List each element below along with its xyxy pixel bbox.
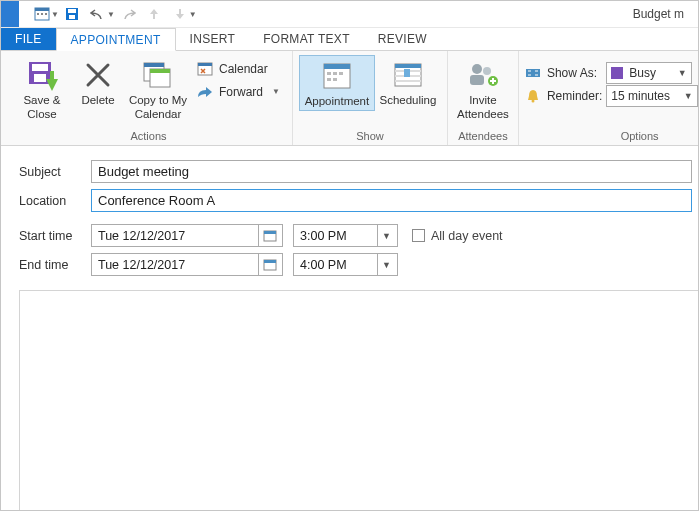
svg-rect-22 xyxy=(339,72,343,75)
svg-rect-30 xyxy=(404,69,410,77)
dropdown-caret-icon: ▼ xyxy=(272,87,280,96)
svg-rect-2 xyxy=(37,13,39,15)
group-actions: Save & Close Delete Copy to My Calendar … xyxy=(1,51,293,145)
dropdown-caret-icon: ▼ xyxy=(675,68,689,78)
tab-file[interactable]: FILE xyxy=(1,28,56,50)
end-date-value: Tue 12/12/2017 xyxy=(98,258,185,272)
show-as-label-row: Show As: xyxy=(525,65,602,81)
subject-label: Subject xyxy=(19,165,91,179)
group-attendees: Invite Attendees Attendees xyxy=(448,51,519,145)
show-as-combo[interactable]: Busy ▼ xyxy=(606,62,692,84)
svg-rect-24 xyxy=(333,78,337,81)
tab-review[interactable]: REVIEW xyxy=(364,28,441,50)
location-label: Location xyxy=(19,194,91,208)
end-time-value: 4:00 PM xyxy=(300,258,347,272)
save-close-label: Save & Close xyxy=(23,93,60,121)
busy-color-icon xyxy=(611,67,623,79)
ribbon: Save & Close Delete Copy to My Calendar … xyxy=(1,51,698,146)
invite-attendees-label: Invite Attendees xyxy=(457,93,509,121)
reminder-bell-icon xyxy=(525,88,541,104)
calendar-picker-icon[interactable] xyxy=(258,225,280,246)
copy-to-calendar-label: Copy to My Calendar xyxy=(129,93,187,121)
appointment-button-label: Appointment xyxy=(305,94,370,108)
dropdown-caret-icon: ▼ xyxy=(681,91,695,101)
svg-rect-40 xyxy=(264,260,276,263)
all-day-label: All day event xyxy=(431,229,503,243)
reminder-combo[interactable]: 15 minutes ▼ xyxy=(606,85,698,107)
start-time-combo[interactable]: 3:00 PM ▼ xyxy=(293,224,398,247)
start-date-combo[interactable]: Tue 12/12/2017 xyxy=(91,224,283,247)
copy-to-calendar-button[interactable]: Copy to My Calendar xyxy=(123,55,193,121)
svg-rect-11 xyxy=(50,71,54,81)
scheduling-button[interactable]: Scheduling xyxy=(375,55,441,107)
svg-point-33 xyxy=(483,67,491,75)
appointment-form: Subject Location Start time Tue 12/12/20… xyxy=(1,146,698,510)
svg-rect-38 xyxy=(264,231,276,234)
svg-rect-6 xyxy=(68,9,76,13)
calendar-button[interactable]: Calendar xyxy=(193,57,284,80)
svg-rect-4 xyxy=(45,13,47,15)
svg-rect-23 xyxy=(327,78,331,81)
calendar-small-icon xyxy=(197,61,213,77)
svg-rect-15 xyxy=(150,69,170,73)
reminder-label-row: Reminder: xyxy=(525,88,602,104)
svg-rect-17 xyxy=(198,63,212,66)
svg-rect-20 xyxy=(327,72,331,75)
calendar-picker-icon[interactable] xyxy=(258,254,280,275)
quick-access-toolbar: ▼ ▼ ▼ Budget m xyxy=(1,1,698,28)
all-day-checkbox[interactable]: All day event xyxy=(412,229,503,243)
end-date-combo[interactable]: Tue 12/12/2017 xyxy=(91,253,283,276)
qat-dropdown-icon[interactable]: ▼ xyxy=(51,10,59,19)
group-options-label: Options xyxy=(525,128,699,145)
svg-rect-3 xyxy=(41,13,43,15)
subject-input[interactable] xyxy=(91,160,692,183)
arrow-down-icon xyxy=(167,1,193,27)
svg-rect-13 xyxy=(144,63,164,67)
svg-rect-7 xyxy=(69,15,75,19)
reminder-value: 15 minutes xyxy=(611,89,670,103)
group-options: Show As: Busy ▼ Reminder: 15 minutes ▼ xyxy=(519,51,699,145)
tab-appointment[interactable]: APPOINTMENT xyxy=(56,28,176,51)
forward-button[interactable]: Forward ▼ xyxy=(193,80,284,103)
show-as-value: Busy xyxy=(629,66,656,80)
end-time-combo[interactable]: 4:00 PM ▼ xyxy=(293,253,398,276)
group-actions-label: Actions xyxy=(11,128,286,145)
location-input[interactable] xyxy=(91,189,692,212)
forward-icon xyxy=(197,84,213,100)
arrow-up-icon xyxy=(141,1,167,27)
tab-insert[interactable]: INSERT xyxy=(176,28,250,50)
forward-button-label: Forward xyxy=(219,85,263,99)
save-close-button[interactable]: Save & Close xyxy=(11,55,73,121)
show-as-label: Show As: xyxy=(547,66,597,80)
tab-format-text[interactable]: FORMAT TEXT xyxy=(249,28,364,50)
window-accent xyxy=(1,1,19,27)
start-time-label: Start time xyxy=(19,229,91,243)
calendar-button-label: Calendar xyxy=(219,62,268,76)
svg-rect-1 xyxy=(35,8,49,11)
svg-rect-9 xyxy=(32,64,48,71)
appointment-body-editor[interactable] xyxy=(19,290,698,510)
save-icon[interactable] xyxy=(59,1,85,27)
svg-rect-21 xyxy=(333,72,337,75)
svg-rect-19 xyxy=(324,64,350,69)
checkbox-box xyxy=(412,229,425,242)
dropdown-caret-icon: ▼ xyxy=(377,254,395,275)
delete-button[interactable]: Delete xyxy=(73,55,123,107)
appointment-button[interactable]: Appointment xyxy=(299,55,375,111)
invite-attendees-button[interactable]: Invite Attendees xyxy=(454,55,512,121)
start-date-value: Tue 12/12/2017 xyxy=(98,229,185,243)
svg-rect-10 xyxy=(34,74,46,82)
svg-point-31 xyxy=(472,64,482,74)
ribbon-tabs: FILE APPOINTMENT INSERT FORMAT TEXT REVI… xyxy=(1,28,698,51)
svg-point-36 xyxy=(531,99,534,102)
undo-dropdown-icon[interactable]: ▼ xyxy=(107,10,115,19)
show-as-icon xyxy=(525,65,541,81)
dropdown-caret-icon: ▼ xyxy=(377,225,395,246)
redo-icon xyxy=(115,1,141,27)
end-time-label: End time xyxy=(19,258,91,272)
start-time-value: 3:00 PM xyxy=(300,229,347,243)
group-attendees-label: Attendees xyxy=(454,128,512,145)
scheduling-button-label: Scheduling xyxy=(379,93,436,107)
outlook-appointment-window: ▼ ▼ ▼ Budget m FILE APPOINTMENT INSERT F… xyxy=(0,0,699,511)
group-show-label: Show xyxy=(299,128,441,145)
